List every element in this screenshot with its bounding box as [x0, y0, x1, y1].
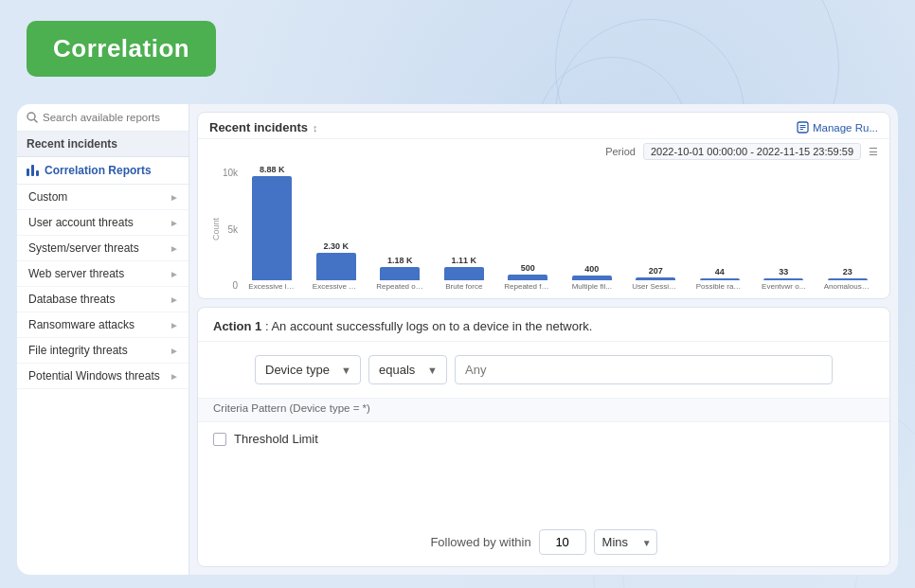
threshold-row: Threshold Limit [198, 422, 889, 455]
main-card: Recent incidents Correlation Reports Cus… [17, 104, 898, 575]
sidebar-nav-item[interactable]: Ransomware attacks► [17, 312, 188, 338]
bar-group: 44 Possible ran... [691, 267, 748, 291]
threshold-label: Threshold Limit [234, 432, 318, 446]
svg-point-0 [27, 113, 35, 120]
bar-value-label: 2.30 K [324, 241, 350, 251]
bar-value-label: 8.88 K [260, 165, 285, 174]
bar-rect [316, 253, 356, 280]
bar-category-label: User Sessions [632, 282, 679, 291]
bar-value-label: 44 [715, 267, 725, 276]
correlation-reports-item[interactable]: Correlation Reports [17, 157, 188, 185]
equals-select-wrapper: equals ▼ [368, 355, 447, 384]
criteria-pattern-text: Criteria Pattern (Device type = *) [213, 402, 370, 414]
equals-select[interactable]: equals [368, 355, 447, 384]
bar-rect [444, 267, 484, 280]
threshold-checkbox[interactable] [213, 433, 226, 446]
period-row: Period 2022-10-01 00:00:00 - 2022-11-15 … [198, 139, 889, 164]
bar-value-label: 23 [843, 267, 852, 276]
panel-top-header: Recent incidents ↕ Manage Ru... [198, 113, 889, 139]
sidebar-nav-item[interactable]: Potential Windows threats► [17, 364, 188, 389]
bar-value-label: 1.11 K [452, 256, 477, 265]
bar-chart-icon [27, 165, 39, 176]
content-area: Recent incidents ↕ Manage Ru... Period 2… [189, 104, 898, 575]
bar-rect [508, 275, 547, 280]
bar-value-label: 1.18 K [387, 256, 413, 265]
chevron-right-icon: ► [170, 320, 179, 330]
criteria-pattern-row: Criteria Pattern (Device type = *) [198, 398, 889, 422]
recent-incidents-section: Recent incidents [17, 132, 188, 157]
panel-top-title: Recent incidents ↕ [209, 120, 318, 134]
action-panel: Action 1 : An account successfully logs … [197, 307, 890, 567]
followed-by-row: Followed by within Mins Hours Days ▼ [198, 522, 889, 566]
chevron-right-icon: ► [170, 243, 179, 254]
svg-line-1 [35, 120, 38, 123]
logo-text: Correlation [53, 34, 189, 62]
y-axis-ticks: 10k 5k 0 [223, 168, 243, 291]
chevron-right-icon: ► [170, 218, 179, 228]
bar-category-label: Repeated obj... [376, 282, 423, 291]
bar-group: 2.30 K Excessive R... [308, 241, 365, 291]
bar-category-label: Possible ran... [696, 282, 744, 291]
bar-category-label: Eventvwr o... [760, 282, 807, 291]
manage-rules-icon [797, 121, 809, 134]
bar-group: 23 Anomalous ac... [818, 267, 875, 291]
bar-category-label: Excessive lo... [248, 282, 296, 291]
bar-group: 400 Multiple fil... [564, 264, 620, 291]
sidebar: Recent incidents Correlation Reports Cus… [17, 104, 189, 575]
bar-category-label: Multiple fil... [568, 282, 616, 291]
y-axis-label: Count [211, 218, 221, 241]
bar-rect [252, 176, 292, 280]
sidebar-nav-item[interactable]: Web server threats► [17, 261, 188, 287]
sidebar-nav-item[interactable]: User account threats► [17, 210, 188, 236]
sidebar-nav-item[interactable]: File integrity threats► [17, 338, 188, 364]
chevron-right-icon: ► [170, 346, 179, 356]
chart-container: Count 10k 5k 0 8.88 K Excessive lo... 2.… [198, 164, 889, 298]
bar-rect [572, 276, 612, 280]
bar-value-label: 33 [779, 267, 788, 276]
sidebar-nav-item[interactable]: Database threats► [17, 287, 188, 312]
search-icon [27, 112, 38, 123]
device-type-select[interactable]: Device type [255, 355, 361, 384]
search-input[interactable] [43, 112, 179, 123]
recent-incidents-panel: Recent incidents ↕ Manage Ru... Period 2… [197, 112, 890, 299]
period-value: 2022-10-01 00:00:00 - 2022-11-15 23:59:5… [643, 143, 861, 160]
period-menu-icon[interactable]: ☰ [869, 146, 878, 158]
bar-category-label: Excessive R... [313, 282, 360, 291]
bar-group: 500 Repeated fa... [499, 263, 556, 291]
bar-group: 1.18 K Repeated obj... [371, 256, 428, 291]
sort-icon[interactable]: ↕ [313, 122, 318, 134]
any-input[interactable] [455, 355, 833, 384]
logo-badge: Correlation [27, 21, 216, 77]
followed-by-input[interactable] [539, 529, 586, 555]
mins-select-wrapper: Mins Hours Days ▼ [594, 529, 657, 555]
action-row: Device type ▼ equals ▼ [198, 342, 889, 398]
action-header: Action 1 : An account successfully logs … [198, 308, 889, 342]
bar-rect [636, 277, 675, 280]
bar-value-label: 400 [584, 264, 599, 274]
bar-rect [763, 278, 803, 280]
bar-category-label: Anomalous ac... [824, 282, 871, 291]
bar-group: 207 User Sessions [627, 266, 684, 291]
bar-group: 8.88 K Excessive lo... [243, 165, 300, 291]
bar-value-label: 500 [521, 263, 535, 273]
bar-group: 33 Eventvwr o... [755, 267, 812, 291]
manage-rules-link[interactable]: Manage Ru... [797, 121, 878, 134]
bar-rect [700, 278, 740, 280]
sidebar-nav-item[interactable]: Custom► [17, 185, 188, 210]
chevron-right-icon: ► [170, 294, 179, 305]
device-type-select-wrapper: Device type ▼ [255, 355, 361, 384]
bar-value-label: 207 [649, 266, 663, 276]
sidebar-nav-list: Custom►User account threats►System/serve… [17, 185, 188, 389]
chevron-right-icon: ► [170, 371, 179, 382]
chart-bars: 8.88 K Excessive lo... 2.30 K Excessive … [243, 168, 876, 291]
chevron-right-icon: ► [170, 269, 179, 279]
chevron-right-icon: ► [170, 192, 179, 203]
bar-rect [828, 278, 868, 280]
bar-category-label: Brute force [440, 282, 488, 291]
bar-rect [380, 267, 420, 280]
bar-category-label: Repeated fa... [504, 282, 551, 291]
sidebar-search-area [17, 104, 188, 132]
mins-select[interactable]: Mins Hours Days [594, 529, 657, 555]
sidebar-nav-item[interactable]: System/server threats► [17, 236, 188, 261]
bar-group: 1.11 K Brute force [436, 256, 493, 291]
